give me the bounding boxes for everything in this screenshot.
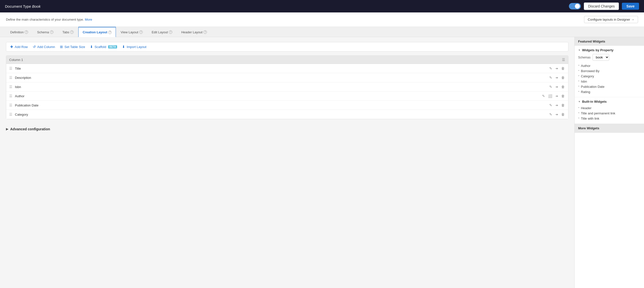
widget-quote-icon: " <box>578 90 579 94</box>
tab-view-layout[interactable]: View Layout ? <box>116 27 147 37</box>
save-button[interactable]: Save <box>622 3 639 10</box>
import-icon: ⬇ <box>122 45 125 49</box>
drag-handle-icon[interactable]: ☰ <box>9 66 12 70</box>
edit-layout-help-icon[interactable]: ? <box>169 30 172 34</box>
list-item[interactable]: " Category <box>578 74 640 79</box>
table-row: ☰ Isbn ✎ ↠ 🗑 <box>6 82 568 92</box>
drag-handle-icon[interactable]: ☰ <box>9 94 12 98</box>
collapse-icon: ▼ <box>578 49 580 52</box>
edit-row-button[interactable]: ✎ <box>542 94 546 98</box>
delete-row-button[interactable]: 🗑 <box>561 75 565 80</box>
widget-quote-icon: " <box>578 85 579 88</box>
featured-widgets-section: Featured Widgets ▼ Widgets by Property S… <box>575 37 644 124</box>
creation-layout-help-icon[interactable]: ? <box>108 30 112 34</box>
list-item[interactable]: " Rating <box>578 89 640 94</box>
tab-definition[interactable]: Definition ? <box>6 27 32 37</box>
row-actions: ✎ ↠ 🗑 <box>549 84 565 89</box>
schemas-row: Schemas book <box>578 54 640 61</box>
collapse-icon: ▼ <box>578 100 580 103</box>
move-row-button[interactable]: ↠ <box>555 112 559 117</box>
table-row: ☰ Description ✎ ↠ 🗑 <box>6 73 568 82</box>
edit-row-button[interactable]: ✎ <box>549 103 553 108</box>
sub-header: Define the main characteristics of your … <box>0 12 644 27</box>
edit-row-button[interactable]: ✎ <box>549 112 553 117</box>
tabs-help-icon[interactable]: ? <box>70 30 74 34</box>
drag-handle-icon[interactable]: ☰ <box>9 103 12 107</box>
tab-creation-layout[interactable]: Creation Layout ? <box>78 27 116 37</box>
widget-quote-icon: " <box>578 107 579 110</box>
row-actions: ✎ ↠ 🗑 <box>549 75 565 80</box>
add-row-button[interactable]: ✚ Add Row <box>10 45 28 49</box>
sub-header-description: Define the main characteristics of your … <box>6 18 92 22</box>
built-in-widgets-toggle[interactable]: ▼ Built-in Widgets <box>578 100 640 104</box>
widget-quote-icon: " <box>578 75 579 78</box>
top-navigation: Document Type Book Discard Changes Save <box>0 0 644 12</box>
row-actions: ✎ ↠ 🗑 <box>549 112 565 117</box>
column-title: Column 1 <box>9 58 23 62</box>
header-layout-help-icon[interactable]: ? <box>204 30 207 34</box>
copy-row-button[interactable]: ⬜ <box>548 94 553 98</box>
view-layout-help-icon[interactable]: ? <box>139 30 143 34</box>
more-link[interactable]: More <box>85 18 92 22</box>
drag-handle-icon[interactable]: ☰ <box>9 85 12 89</box>
move-row-button[interactable]: ↠ <box>555 103 559 108</box>
schema-select[interactable]: book <box>592 54 609 61</box>
definition-help-icon[interactable]: ? <box>24 30 28 34</box>
toggle-switch[interactable] <box>569 3 581 10</box>
move-row-button[interactable]: ↠ <box>555 84 559 89</box>
schema-help-icon[interactable]: ? <box>50 30 54 34</box>
list-item[interactable]: " Isbn <box>578 79 640 84</box>
widget-quote-icon: " <box>578 70 579 72</box>
row-actions: ✎ ↠ 🗑 <box>549 103 565 108</box>
delete-row-button[interactable]: 🗑 <box>561 112 565 117</box>
list-item[interactable]: " Author <box>578 63 640 68</box>
drag-handle-icon[interactable]: ☰ <box>9 76 12 80</box>
move-row-button[interactable]: ↠ <box>555 66 559 71</box>
edit-row-button[interactable]: ✎ <box>549 84 553 89</box>
tab-tabs[interactable]: Tabs ? <box>58 27 78 37</box>
chevron-right-icon: ▶ <box>6 127 8 131</box>
scaffold-button[interactable]: ⬇ Scaffold BETA <box>90 45 117 49</box>
add-column-button[interactable]: ↺ Add Column <box>33 45 55 49</box>
import-layout-button[interactable]: ⬇ Import Layout <box>122 45 146 49</box>
column-block: Column 1 ☰ ☰ Title ✎ ↠ 🗑 ☰ Description ✎ <box>6 56 568 119</box>
delete-row-button[interactable]: 🗑 <box>561 103 565 108</box>
built-in-widgets: ▼ Built-in Widgets " Header " Title and … <box>575 97 644 124</box>
main-content: ✚ Add Row ↺ Add Column ⊞ Set Table Size … <box>0 37 644 288</box>
table-row: ☰ Title ✎ ↠ 🗑 <box>6 64 568 73</box>
tab-header-layout[interactable]: Header Layout ? <box>177 27 211 37</box>
row-actions: ✎ ↠ 🗑 <box>549 66 565 71</box>
list-item[interactable]: " Title with link <box>578 116 640 121</box>
column-menu-icon[interactable]: ☰ <box>562 58 565 62</box>
tabs-bar: Definition ? Schema ? Tabs ? Creation La… <box>0 27 644 37</box>
widgets-by-property-toggle[interactable]: ▼ Widgets by Property <box>578 48 640 52</box>
more-widgets-section: More Widgets <box>575 124 644 133</box>
delete-row-button[interactable]: 🗑 <box>561 84 565 89</box>
edit-row-button[interactable]: ✎ <box>549 66 553 71</box>
widget-quote-icon: " <box>578 80 579 83</box>
set-table-icon: ⊞ <box>60 45 63 49</box>
tab-schema[interactable]: Schema ? <box>33 27 58 37</box>
move-row-button[interactable]: ↠ <box>555 94 559 98</box>
edit-row-button[interactable]: ✎ <box>549 75 553 80</box>
configure-layouts-button[interactable]: Configure layouts in Designer → <box>584 16 638 23</box>
drag-handle-icon[interactable]: ☰ <box>9 112 12 116</box>
discard-changes-button[interactable]: Discard Changes <box>584 2 619 10</box>
list-item[interactable]: " Header <box>578 106 640 111</box>
list-item[interactable]: " Publication Date <box>578 84 640 89</box>
set-table-size-button[interactable]: ⊞ Set Table Size <box>60 45 85 49</box>
widget-quote-icon: " <box>578 117 579 120</box>
list-item[interactable]: " Title and permanent link <box>578 111 640 116</box>
delete-row-button[interactable]: 🗑 <box>561 66 565 71</box>
delete-row-button[interactable]: 🗑 <box>561 94 565 98</box>
move-row-button[interactable]: ↠ <box>555 75 559 80</box>
tab-edit-layout[interactable]: Edit Layout ? <box>148 27 176 37</box>
top-nav-actions: Discard Changes Save <box>569 2 639 10</box>
widgets-by-property: ▼ Widgets by Property Schemas book " Aut… <box>575 46 644 97</box>
page-title: Document Type Book <box>5 4 40 8</box>
list-item[interactable]: " Borrowed By <box>578 68 640 74</box>
more-widgets-header: More Widgets <box>575 124 644 132</box>
table-row: ☰ Category ✎ ↠ 🗑 <box>6 110 568 119</box>
featured-widgets-header: Featured Widgets <box>575 37 644 46</box>
advanced-config-toggle[interactable]: ▶ Advanced configuration <box>6 123 568 135</box>
